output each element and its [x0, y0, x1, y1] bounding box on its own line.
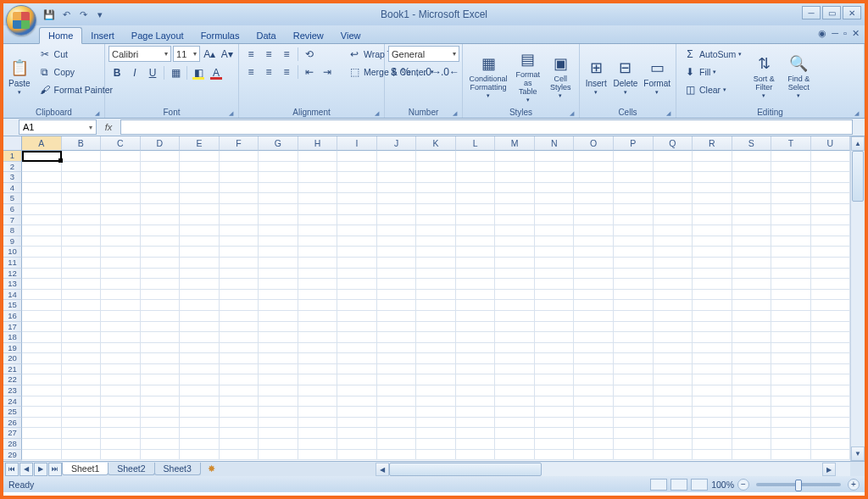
cell[interactable] [259, 322, 298, 333]
orientation-button[interactable]: ⟲ [301, 46, 318, 63]
cell[interactable] [259, 439, 298, 450]
cell[interactable] [574, 247, 614, 258]
increase-indent-button[interactable]: ⇥ [319, 64, 336, 80]
cell[interactable] [614, 290, 654, 301]
cell[interactable] [141, 407, 181, 418]
cell[interactable] [495, 407, 535, 418]
cell[interactable] [614, 204, 654, 215]
cell[interactable] [62, 204, 102, 215]
cell[interactable] [416, 407, 456, 418]
col-head-J[interactable]: J [377, 136, 417, 151]
cell[interactable] [180, 290, 220, 301]
cell[interactable] [456, 407, 496, 418]
zoom-slider[interactable] [756, 483, 841, 486]
cell[interactable] [259, 407, 298, 418]
cell[interactable] [377, 269, 417, 280]
cell[interactable] [732, 269, 772, 280]
cell[interactable] [337, 183, 377, 194]
cell[interactable] [456, 290, 496, 301]
cell[interactable] [22, 258, 62, 269]
cell[interactable] [337, 385, 377, 396]
border-button[interactable]: ▦ [167, 64, 184, 81]
cell[interactable] [101, 385, 141, 396]
cell[interactable] [298, 183, 338, 194]
cell[interactable] [377, 353, 417, 364]
cell[interactable] [259, 343, 298, 354]
comma-format-button[interactable]: , [412, 64, 423, 80]
cell[interactable] [62, 450, 102, 461]
cell[interactable] [337, 172, 377, 183]
cell[interactable] [62, 343, 102, 354]
cell[interactable] [535, 162, 575, 173]
minimize-button[interactable]: ─ [802, 6, 821, 19]
cell[interactable] [732, 247, 772, 258]
cell[interactable] [416, 374, 456, 385]
cell[interactable] [574, 236, 614, 247]
cell[interactable] [811, 407, 851, 418]
cell[interactable] [416, 428, 456, 439]
cell[interactable] [298, 385, 338, 396]
zoom-out-button[interactable]: − [737, 479, 749, 491]
cell[interactable] [574, 183, 614, 194]
cell[interactable] [456, 247, 496, 258]
row-head-17[interactable]: 17 [3, 322, 22, 333]
cell[interactable] [416, 279, 456, 290]
cell[interactable] [101, 343, 141, 354]
cell[interactable] [180, 172, 220, 183]
cell[interactable] [259, 151, 298, 162]
cell[interactable] [22, 236, 62, 247]
cell[interactable] [377, 439, 417, 450]
cell[interactable] [614, 300, 654, 311]
cell[interactable] [771, 407, 811, 418]
cell[interactable] [456, 236, 496, 247]
cell[interactable] [337, 215, 377, 226]
scroll-left-icon[interactable]: ◀ [376, 463, 389, 476]
cell[interactable] [614, 418, 654, 429]
fill-button[interactable]: ⬇Fill▾ [680, 64, 745, 80]
cell[interactable] [377, 247, 417, 258]
cell[interactable] [298, 407, 338, 418]
cell[interactable] [495, 300, 535, 311]
cell[interactable] [614, 236, 654, 247]
cell[interactable] [298, 290, 338, 301]
conditional-formatting-button[interactable]: ▦Conditional Formatting▾ [466, 46, 510, 107]
cell[interactable] [259, 204, 298, 215]
cell[interactable] [180, 258, 220, 269]
cell[interactable] [535, 311, 575, 322]
cell[interactable] [732, 439, 772, 450]
vertical-scrollbar[interactable]: ▲ ▼ [850, 136, 865, 461]
col-head-B[interactable]: B [62, 136, 102, 151]
cell[interactable] [456, 418, 496, 429]
cell[interactable] [811, 215, 851, 226]
cell[interactable] [62, 183, 102, 194]
cell[interactable] [377, 151, 417, 162]
cell[interactable] [141, 151, 181, 162]
cell[interactable] [771, 193, 811, 204]
cell[interactable] [141, 215, 181, 226]
cell[interactable] [259, 374, 298, 385]
cell[interactable] [456, 225, 496, 236]
cell[interactable] [62, 279, 102, 290]
cell[interactable] [259, 290, 298, 301]
cell[interactable] [771, 364, 811, 375]
cell[interactable] [574, 204, 614, 215]
tab-page-layout[interactable]: Page Layout [123, 28, 192, 43]
cell[interactable] [732, 418, 772, 429]
cell[interactable] [811, 396, 851, 408]
cell[interactable] [535, 353, 575, 364]
cell[interactable] [141, 269, 181, 280]
cell[interactable] [732, 364, 772, 375]
cell[interactable] [614, 428, 654, 439]
cell[interactable] [811, 418, 851, 429]
cell[interactable] [574, 385, 614, 396]
cell[interactable] [259, 258, 298, 269]
name-box[interactable]: A1 [19, 119, 97, 135]
cell[interactable] [259, 364, 298, 375]
row-head-11[interactable]: 11 [3, 258, 22, 269]
cell[interactable] [220, 236, 259, 247]
cell[interactable] [337, 407, 377, 418]
cell[interactable] [654, 151, 693, 162]
cell[interactable] [337, 439, 377, 450]
row-head-20[interactable]: 20 [3, 353, 22, 364]
copy-button[interactable]: ⧉Copy [35, 64, 116, 80]
